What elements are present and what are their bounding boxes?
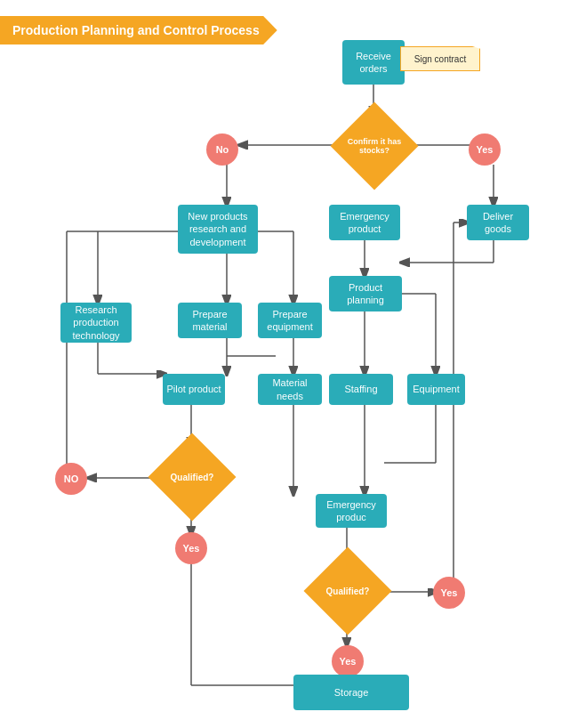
- prepare-equipment-box: Prepare equipment: [258, 303, 322, 338]
- research-prod-tech-box: Research production technology: [60, 303, 132, 343]
- emergency-produc-box: Emergency produc: [316, 494, 387, 528]
- emergency-product-top-box: Emergency product: [329, 205, 400, 240]
- yes-oval-1: Yes: [469, 133, 501, 166]
- yes-oval-2: Yes: [175, 532, 207, 564]
- staffing-box: Staffing: [329, 374, 393, 405]
- sign-contract-note: Sign contract: [400, 46, 480, 71]
- prepare-material-box: Prepare material: [178, 303, 242, 338]
- confirm-stocks-diamond: Confirm it has stocks?: [342, 114, 406, 178]
- deliver-goods-box: Deliver goods: [467, 205, 529, 240]
- no-oval-2: NO: [55, 463, 87, 495]
- product-planning-box: Product planning: [329, 276, 402, 311]
- material-needs-box: Material needs: [258, 374, 322, 405]
- title-text: Production Planning and Control Process: [12, 23, 260, 37]
- qualified-diamond-1: Qualified?: [160, 445, 224, 509]
- pilot-product-box: Pilot product: [163, 374, 225, 405]
- new-products-rd-box: New products research and development: [178, 205, 258, 254]
- storage-box: Storage: [293, 675, 409, 710]
- yes-oval-4: Yes: [332, 645, 364, 677]
- yes-oval-3: Yes: [433, 577, 465, 609]
- no-oval-1: No: [206, 133, 238, 166]
- equipment-box: Equipment: [407, 374, 465, 405]
- title-banner: Production Planning and Control Process: [0, 16, 277, 44]
- qualified-diamond-2: Qualified?: [316, 559, 380, 623]
- receive-orders-box: Receive orders: [342, 40, 405, 85]
